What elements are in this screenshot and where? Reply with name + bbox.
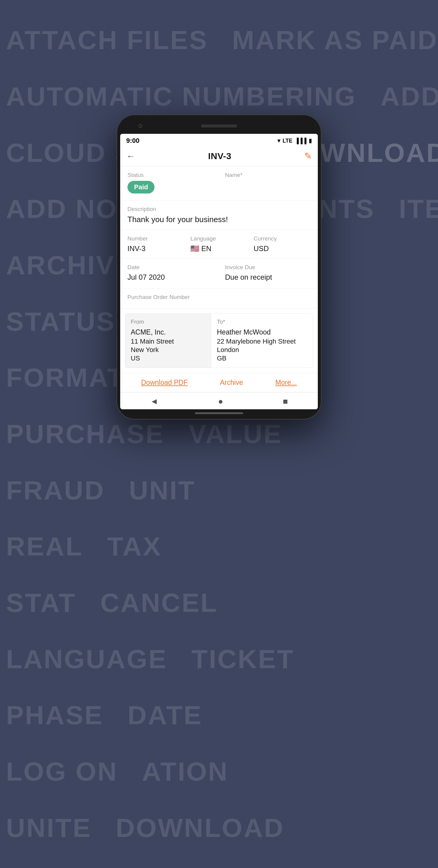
name-label: Name* [225, 172, 311, 179]
from-country: US [131, 354, 206, 362]
status-time: 9:00 [126, 137, 139, 145]
date-due-group: Date Jul 07 2020 Invoice Due Due on rece… [127, 264, 311, 281]
invoice-due-label: Invoice Due [225, 264, 311, 271]
number-value: INV-3 [127, 244, 184, 253]
bg-text-archive: ARCHIVE [6, 250, 134, 281]
bg-text-value: VALUE [189, 418, 282, 450]
date-value: Jul 07 2020 [127, 273, 213, 281]
language-value: 🇺🇸 EN [190, 244, 247, 253]
edit-button[interactable]: ✎ [304, 151, 312, 161]
name-field: Name* [225, 172, 311, 193]
status-field: Status Paid [127, 172, 213, 193]
bg-text-ticket: TICKET [192, 644, 295, 675]
invoice-due-field: Invoice Due Due on receipt [225, 264, 311, 281]
date-label: Date [127, 264, 213, 271]
from-name: ACME, Inc. [131, 328, 206, 336]
from-city: New York [131, 346, 206, 354]
currency-field: Currency USD [254, 236, 311, 253]
bg-text-language: LANGUAGE [6, 644, 167, 675]
to-city: London [217, 346, 307, 354]
action-bar: Download PDF Archive More... [120, 373, 318, 392]
bg-text-tax: TAX [107, 531, 162, 562]
language-label: Language [190, 236, 247, 242]
phone-bottom-nav: ◄ ● ■ [120, 392, 318, 409]
status-name-section: Status Paid Name* [120, 166, 318, 200]
archive-button[interactable]: Archive [220, 378, 243, 387]
number-label: Number [127, 236, 184, 242]
back-button[interactable]: ← [126, 151, 135, 161]
bg-text-real: REAL [6, 531, 83, 562]
bg-text-format: FORMAT [6, 362, 125, 393]
bg-text-status: STATUS [6, 306, 115, 337]
status-label: Status [127, 172, 213, 179]
description-section: Description Thank you for your business! [120, 200, 318, 230]
po-number-label: Purchase Order Number [127, 294, 311, 301]
bg-text-add-tags: ADD TAGS [380, 81, 438, 112]
date-due-section: Date Jul 07 2020 Invoice Due Due on rece… [120, 258, 318, 288]
bg-text-purchase: PURCHASE [6, 418, 165, 450]
bg-text-attach-files: ATTACH FILES [6, 25, 208, 56]
nav-home-button[interactable]: ● [218, 397, 223, 406]
bg-text-auto-numbering: AUTOMATIC NUMBERING [6, 81, 357, 112]
language-code: EN [201, 244, 211, 253]
bg-text-ation: ATION [142, 756, 228, 787]
currency-value: USD [254, 244, 311, 253]
phone-top-bar [120, 120, 318, 132]
description-value: Thank you for your business! [127, 215, 311, 224]
phone-screen: 9:00 ▾ LTE ▐▐▐ ▮ ← INV-3 ✎ Status [120, 134, 318, 409]
status-badge: Paid [127, 181, 155, 193]
more-button[interactable]: More... [275, 378, 297, 387]
invoice-due-value: Due on receipt [225, 273, 311, 281]
lte-label: LTE [282, 138, 293, 144]
to-address: To* Heather McWood 22 Marylebone High St… [211, 314, 313, 368]
phone-device: 9:00 ▾ LTE ▐▐▐ ▮ ← INV-3 ✎ Status [116, 115, 322, 420]
from-street: 11 Main Street [131, 338, 206, 345]
bg-text-unite: UNITE [6, 812, 92, 843]
bg-text-phase: PHASE [6, 700, 103, 731]
po-number-section: Purchase Order Number [120, 288, 318, 309]
from-label: From [131, 318, 206, 325]
phone-speaker [201, 124, 237, 127]
phone-bottom-indicator [120, 412, 318, 414]
bg-text-log-on: LOG ON [6, 756, 118, 787]
bg-text-cancel: CANCEL [100, 587, 218, 618]
address-section: From ACME, Inc. 11 Main Street New York … [125, 313, 313, 368]
date-field: Date Jul 07 2020 [127, 264, 213, 281]
home-indicator [195, 412, 243, 414]
bg-text-fraud: FRAUD [6, 475, 105, 506]
number-field: Number INV-3 [127, 236, 184, 253]
currency-label: Currency [254, 236, 311, 242]
status-bar-icons: ▾ LTE ▐▐▐ ▮ [277, 137, 312, 144]
description-label: Description [127, 206, 311, 213]
to-label: To* [217, 318, 307, 325]
bg-text-item-units: ITEM UNITS [399, 193, 438, 224]
phone-frame: 9:00 ▾ LTE ▐▐▐ ▮ ← INV-3 ✎ Status [116, 115, 322, 420]
invoice-title: INV-3 [208, 151, 232, 161]
nav-back-button[interactable]: ◄ [150, 397, 159, 406]
number-language-currency-group: Number INV-3 Language 🇺🇸 EN Currency USD [127, 236, 311, 253]
to-country: GB [217, 354, 307, 362]
phone-camera [138, 124, 142, 128]
bg-text-date: DATE [127, 700, 202, 731]
download-pdf-button[interactable]: Download PDF [141, 378, 188, 387]
bg-text-stat: STAT [6, 587, 76, 618]
status-bar: 9:00 ▾ LTE ▐▐▐ ▮ [120, 134, 318, 147]
number-language-currency-section: Number INV-3 Language 🇺🇸 EN Currency USD [120, 230, 318, 258]
bg-text-mark-as-paid: MARK AS PAID [232, 25, 438, 56]
app-header: ← INV-3 ✎ [120, 147, 318, 166]
bg-text-unit: UNIT [129, 475, 196, 506]
from-address: From ACME, Inc. 11 Main Street New York … [125, 314, 211, 368]
nav-recent-button[interactable]: ■ [283, 397, 288, 406]
language-field: Language 🇺🇸 EN [190, 236, 247, 253]
to-street: 22 Marylebone High Street [217, 338, 307, 345]
status-name-group: Status Paid Name* [127, 172, 311, 193]
to-name: Heather McWood [217, 328, 307, 336]
wifi-icon: ▾ [277, 137, 280, 144]
battery-icon: ▮ [309, 137, 312, 144]
signal-icon: ▐▐▐ [295, 138, 306, 144]
bg-text-download2: DOWNLOAD [116, 812, 284, 843]
flag-icon: 🇺🇸 [190, 244, 199, 253]
